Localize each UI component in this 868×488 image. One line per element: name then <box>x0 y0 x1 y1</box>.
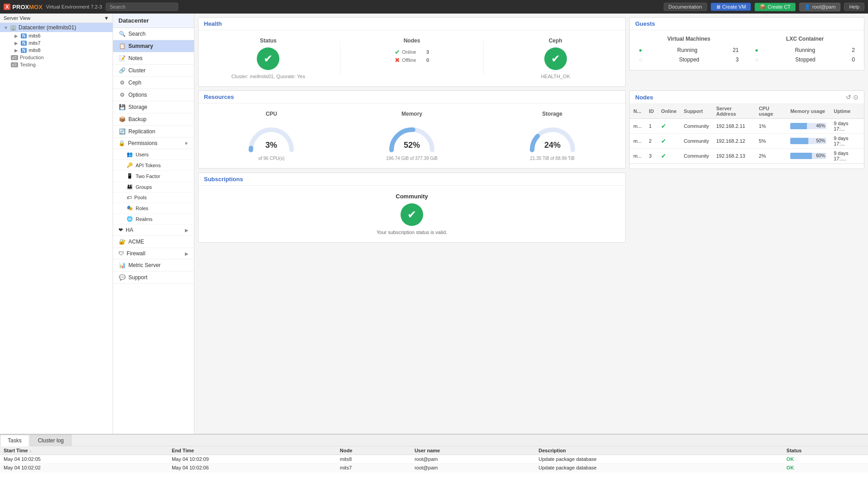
node6-expand-icon: ▶ <box>14 33 19 38</box>
node-online: ✔ <box>657 119 680 134</box>
resources-panel: Resources CPU 3% <box>198 90 626 169</box>
nodes-refresh-icon[interactable]: ↺ <box>846 94 851 101</box>
col-name[interactable]: N... <box>630 104 645 119</box>
nav-notes-label: Notes <box>128 55 142 61</box>
col-uptime[interactable]: Uptime <box>830 104 864 119</box>
lxc-running-count: 2 <box>852 47 855 53</box>
nav-options[interactable]: ⚙ Options <box>113 89 194 101</box>
nav-pools[interactable]: 🏷 Pools <box>113 192 194 203</box>
node7-expand-icon: ▶ <box>14 41 19 46</box>
ha-expand-icon: ▶ <box>185 228 189 233</box>
vm-icon: 🖥 <box>716 4 721 9</box>
nav-roles[interactable]: 🎭 Roles <box>113 203 194 214</box>
nav-permissions-label: Permissions <box>128 140 157 146</box>
nodes-menu-icon[interactable]: ⊙ <box>853 94 859 101</box>
documentation-button[interactable]: Documentation <box>664 3 707 11</box>
nav-ceph[interactable]: ⚙ Ceph <box>113 77 194 89</box>
search-input[interactable] <box>106 3 178 11</box>
nav-cluster[interactable]: 🔗 Cluster <box>113 65 194 77</box>
task-status: OK <box>783 455 868 464</box>
nav-api-tokens[interactable]: 🔑 API Tokens <box>113 160 194 171</box>
col-address[interactable]: Server Address <box>712 104 755 119</box>
resources-header: Resources <box>198 91 625 103</box>
nav-users[interactable]: 👥 Users <box>113 149 194 160</box>
nav-groups[interactable]: 👪 Groups <box>113 182 194 192</box>
tasks-col-status[interactable]: Status <box>783 446 868 455</box>
tasks-col-desc[interactable]: Description <box>535 446 783 455</box>
lxc-running-dot: ● <box>755 47 758 53</box>
nav-users-label: Users <box>136 152 149 157</box>
col-id[interactable]: ID <box>645 104 657 119</box>
nodes-header-title: Nodes <box>635 94 653 101</box>
storage-icon: 💾 <box>118 104 126 110</box>
nav-permissions[interactable]: 🔒 Permissions ▼ <box>113 138 194 149</box>
col-memory[interactable]: Memory usage <box>787 104 830 119</box>
node-mits7[interactable]: ▶ N mits7 <box>0 39 113 47</box>
node-uptime: 9 days 17:... <box>830 119 864 134</box>
nav-storage[interactable]: 💾 Storage <box>113 101 194 113</box>
node-cpu: 2% <box>755 149 787 164</box>
col-cpu[interactable]: CPU usage <box>755 104 787 119</box>
nav-ha[interactable]: ❤ HA ▶ <box>113 225 194 236</box>
node-mits6[interactable]: ▶ N mits6 <box>0 32 113 39</box>
node-address: 192.168.2.12 <box>712 134 755 149</box>
col-support[interactable]: Support <box>680 104 713 119</box>
task-start: May 04 10:02:05 <box>0 455 168 464</box>
health-panel: Health Status ✔ Cluster: mellmits01, Quo… <box>198 17 626 87</box>
nav-support[interactable]: 💬 Support <box>113 272 194 284</box>
health-ceph-status: HEALTH_OK <box>541 74 570 79</box>
tab-tasks[interactable]: Tasks <box>0 435 29 446</box>
health-cluster-info: Cluster: mellmits01, Quorate: Yes <box>231 74 305 79</box>
create-vm-button[interactable]: 🖥 Create VM <box>711 3 751 11</box>
app-title: Virtual Environment 7.2-3 <box>46 4 102 9</box>
vm-stopped-dot: ○ <box>639 56 642 63</box>
datacenter-node[interactable]: ▼ 🏢 Datacenter (mellmits01) <box>0 23 113 32</box>
tag-testing[interactable]: 🏷 Testing <box>0 61 113 68</box>
nav-summary[interactable]: 📋 Summary <box>113 40 194 52</box>
create-ct-button[interactable]: 📦 Create CT <box>755 3 796 11</box>
guests-panel: Guests Virtual Machines ● Running 21 <box>629 17 864 70</box>
acme-icon: 🔐 <box>118 239 126 245</box>
health-status-title: Status <box>260 38 277 44</box>
nav-realms-label: Realms <box>136 216 152 222</box>
health-status-cell: Status ✔ Cluster: mellmits01, Quorate: Y… <box>206 38 331 79</box>
task-start: May 04 10:02:02 <box>0 464 168 472</box>
vm-running-dot: ● <box>639 47 642 53</box>
nav-notes[interactable]: 📝 Notes <box>113 52 194 65</box>
lxc-stopped-count: 0 <box>852 56 855 63</box>
cpu-cell: CPU 3% of 96 CPU(s) <box>206 111 337 161</box>
offline-label: Offline <box>402 57 425 63</box>
nav-backup-label: Backup <box>128 116 146 122</box>
vm-running-count: 21 <box>733 47 739 53</box>
nav-replication[interactable]: 🔄 Replication <box>113 126 194 138</box>
tasks-col-end[interactable]: End Time <box>168 446 336 455</box>
health-header: Health <box>198 18 625 30</box>
tasks-table: Start Time ↓ End Time Node User name Des… <box>0 446 868 472</box>
datacenter-expand-icon: ▼ <box>4 25 8 30</box>
user-button[interactable]: 👤 root@pam <box>799 3 841 11</box>
logo-x: X <box>4 4 10 10</box>
nav-metric-server[interactable]: 📊 Metric Server <box>113 259 194 272</box>
tab-cluster-log[interactable]: Cluster log <box>30 435 71 446</box>
nav-firewall[interactable]: 🛡 Firewall ▶ <box>113 248 194 259</box>
nav-two-factor[interactable]: 📱 Two Factor <box>113 171 194 182</box>
tag-production[interactable]: 🏷 Production <box>0 54 113 61</box>
nav-groups-label: Groups <box>136 184 152 190</box>
storage-detail: 21.35 TiB of 88.99 TiB <box>530 156 574 161</box>
tasks-col-node[interactable]: Node <box>336 446 411 455</box>
node8-icon: N <box>21 48 27 53</box>
tasks-col-user[interactable]: User name <box>411 446 535 455</box>
nodes-panel: Nodes ↺ ⊙ N... ID <box>629 90 864 169</box>
nav-search[interactable]: 🔍 Search <box>113 28 194 40</box>
bottom-area: Tasks Cluster log Start Time ↓ End Time … <box>0 434 868 488</box>
server-view-dropdown-icon[interactable]: ▼ <box>104 15 109 21</box>
task-end: May 04 10:02:06 <box>168 464 336 472</box>
col-online[interactable]: Online <box>657 104 680 119</box>
nav-acme[interactable]: 🔐 ACME <box>113 236 194 248</box>
tasks-col-start[interactable]: Start Time ↓ <box>0 446 168 455</box>
nav-backup[interactable]: 📦 Backup <box>113 113 194 126</box>
help-button[interactable]: Help <box>844 3 864 11</box>
vm-running-label: Running <box>677 47 698 53</box>
nav-realms[interactable]: 🌐 Realms <box>113 214 194 225</box>
node-mits8[interactable]: ▶ N mits8 <box>0 47 113 54</box>
